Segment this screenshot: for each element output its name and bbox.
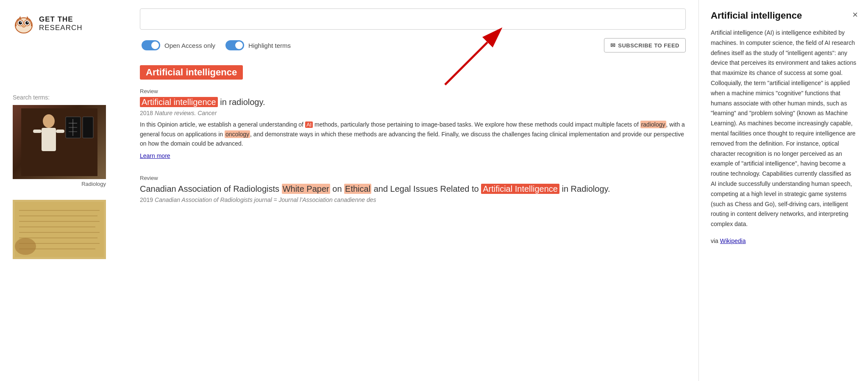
radiology-image [21, 108, 97, 176]
article-abstract-1: In this Opinion article, we establish a … [140, 120, 686, 149]
subscribe-label: SUBSCRIBE TO FEED [618, 42, 679, 49]
via-label: via [711, 237, 718, 244]
article-meta-1: 2018 Nature reviews. Cancer [140, 110, 686, 116]
sidebar-caption-1: Radiology [13, 181, 106, 187]
subscribe-icon: ✉ [610, 42, 616, 49]
article-title-2: Canadian Association of Radiologists Whi… [140, 183, 686, 195]
right-panel-header: Artificial intelligence × [711, 10, 858, 21]
main-content: Open Access only Highlight terms ✉ SUBSC… [131, 0, 698, 381]
sidebar-image-inner [13, 105, 106, 179]
svg-point-4 [25, 21, 29, 25]
wikipedia-link[interactable]: Wikipedia [720, 237, 746, 244]
article-title-highlight-1: Artificial intelligence [140, 97, 218, 107]
right-panel-text: Artificial intelligence (AI) is intellig… [711, 28, 858, 229]
search-terms-label: Search terms: [13, 94, 123, 101]
logo-text: GET THE RESEARCH [39, 15, 82, 32]
open-access-label: Open Access only [164, 42, 215, 49]
logo-icon [13, 13, 35, 35]
manuscript-image [13, 200, 106, 259]
article-title-1: Artificial intelligence in radiology. [140, 96, 686, 108]
svg-point-11 [43, 114, 55, 128]
highlight-terms-toggle-group: Highlight terms [225, 40, 291, 50]
svg-rect-14 [56, 130, 64, 133]
sidebar: GET THE RESEARCH Search terms: [0, 0, 131, 381]
search-bar-row [140, 8, 686, 30]
article-card-1: Review Artificial intelligence in radiol… [140, 88, 686, 160]
article-meta-2: 2019 Canadian Association of Radiologist… [140, 196, 686, 203]
close-button[interactable]: × [852, 10, 858, 19]
article-type-2: Review [140, 175, 686, 181]
highlight-terms-label: Highlight terms [248, 42, 291, 49]
logo-area: GET THE RESEARCH [13, 13, 123, 35]
controls-row: Open Access only Highlight terms ✉ SUBSC… [142, 38, 686, 52]
open-access-toggle-group: Open Access only [142, 40, 215, 50]
sidebar-image-1 [13, 105, 106, 179]
search-term-tag: Artificial intelligence [140, 65, 243, 80]
highlight-terms-toggle[interactable] [225, 40, 244, 50]
article-card-2: Review Canadian Association of Radiologi… [140, 175, 686, 203]
ai-highlight: AI [305, 121, 313, 128]
open-access-toggle[interactable] [142, 40, 160, 50]
article-type-1: Review [140, 88, 686, 94]
search-input[interactable] [140, 8, 686, 30]
right-panel-body: Artificial intelligence (AI) is intellig… [711, 28, 858, 246]
article-title-highlight-2: Artificial Intelligence [481, 184, 559, 194]
svg-rect-12 [42, 128, 56, 151]
right-panel-title: Artificial intelligence [711, 10, 802, 21]
learn-more-link-1[interactable]: Learn more [140, 152, 170, 159]
sidebar-image-2 [13, 200, 106, 259]
svg-point-6 [27, 22, 28, 22]
radiology-highlight: radiology [640, 121, 666, 128]
article-year-2: 2019 [140, 196, 153, 203]
svg-rect-16 [83, 117, 93, 138]
article-title-pre-2: Canadian Association of Radiologists Whi… [140, 184, 481, 194]
article-journal-2: Canadian Association of Radiologists jou… [155, 196, 376, 203]
svg-point-5 [20, 22, 21, 22]
subscribe-button[interactable]: ✉ SUBSCRIBE TO FEED [604, 38, 686, 52]
svg-point-31 [15, 238, 36, 255]
article-title-post-2: in Radiology. [559, 184, 610, 193]
oncology-highlight: oncology [225, 130, 250, 138]
via-text: via Wikipedia [711, 236, 858, 246]
article-journal-1: Nature reviews. Cancer [155, 110, 217, 116]
svg-rect-13 [33, 130, 42, 133]
article-year-1: 2018 [140, 110, 153, 116]
right-panel: Artificial intelligence × Artificial int… [698, 0, 868, 381]
svg-point-3 [19, 21, 22, 25]
article-title-post-1: in radiology. [220, 97, 265, 107]
